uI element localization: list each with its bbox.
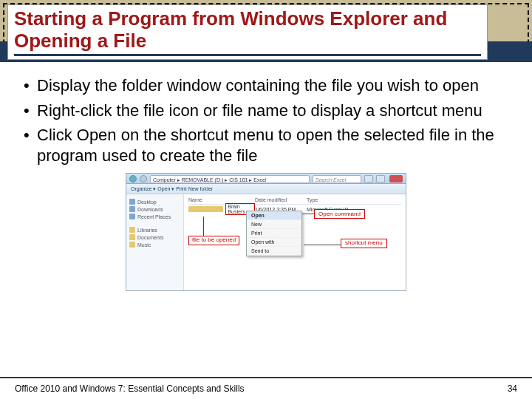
title-box: Starting a Program from Windows Explorer…	[7, 4, 488, 60]
menu-item: Send to	[247, 247, 301, 256]
explorer-toolbar: Organize ▾ Open ▾ Print New folder	[126, 184, 406, 194]
col-name: Name	[188, 197, 255, 202]
callout-line	[302, 214, 314, 214]
close-icon	[389, 175, 403, 183]
footer-text: Office 2010 and Windows 7: Essential Con…	[15, 383, 245, 394]
slide-footer: Office 2010 and Windows 7: Essential Con…	[0, 377, 532, 399]
folder-icon	[129, 206, 135, 212]
address-bar: Computer ▸ REMOVABLE (D:) ▸ CIS 101 ▸ Ex…	[150, 175, 310, 183]
content-area: Display the folder window containing the…	[0, 62, 532, 377]
nav-back-icon	[129, 175, 137, 183]
file-icon	[188, 206, 223, 212]
col-date: Date modified	[255, 197, 307, 202]
folder-icon	[129, 234, 135, 240]
menu-open: Open	[247, 211, 301, 220]
callout-line	[203, 216, 204, 236]
bullet-list: Display the folder window containing the…	[21, 75, 511, 166]
context-menu: Open New Print Open with Send to	[246, 211, 302, 256]
folder-icon	[129, 214, 135, 219]
callout-file-to-open: file to be opened	[188, 236, 239, 245]
page-number: 34	[508, 383, 517, 394]
callout-shortcut-menu: shortcut menu	[341, 239, 387, 248]
bullet-item: Right-click the file icon or file name t…	[21, 100, 511, 121]
window-titlebar: Computer ▸ REMOVABLE (D:) ▸ CIS 101 ▸ Ex…	[126, 174, 406, 184]
menu-item: Open with	[247, 238, 301, 247]
nav-pane: Desktop Downloads Recent Places Librarie…	[126, 194, 184, 290]
menu-item: New	[247, 220, 301, 229]
minimize-icon	[364, 175, 373, 183]
callout-line	[304, 245, 341, 245]
library-icon	[129, 227, 135, 233]
menu-item: Print	[247, 229, 301, 238]
nav-forward-icon	[140, 175, 147, 183]
file-list: Name Date modified Type Brain Busters 1/…	[184, 194, 406, 290]
folder-icon	[129, 199, 135, 205]
bullet-item: Click Open on the shortcut menu to open …	[21, 125, 511, 166]
search-box: Search Excel	[313, 175, 361, 183]
explorer-screenshot: Computer ▸ REMOVABLE (D:) ▸ CIS 101 ▸ Ex…	[126, 173, 406, 291]
maximize-icon	[376, 175, 385, 183]
folder-icon	[129, 242, 135, 248]
bullet-item: Display the folder window containing the…	[21, 75, 511, 96]
slide-title: Starting a Program from Windows Explorer…	[14, 8, 481, 56]
col-type: Type	[307, 197, 318, 202]
callout-open-command: Open command	[314, 209, 365, 219]
